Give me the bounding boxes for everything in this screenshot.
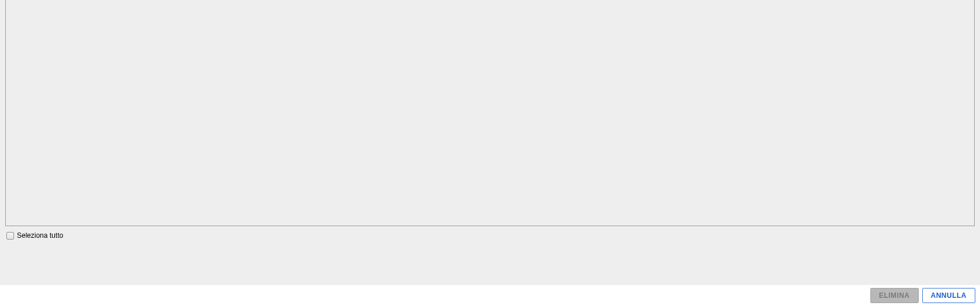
cancel-button[interactable]: ANNULLA (922, 288, 976, 303)
select-all-checkbox[interactable] (6, 232, 14, 240)
footer-bar: ELIMINA ANNULLA (0, 285, 980, 306)
content-panel (5, 0, 975, 226)
select-all-label: Seleziona tutto (17, 231, 63, 240)
select-all-row: Seleziona tutto (6, 231, 63, 240)
delete-button: ELIMINA (870, 288, 919, 303)
